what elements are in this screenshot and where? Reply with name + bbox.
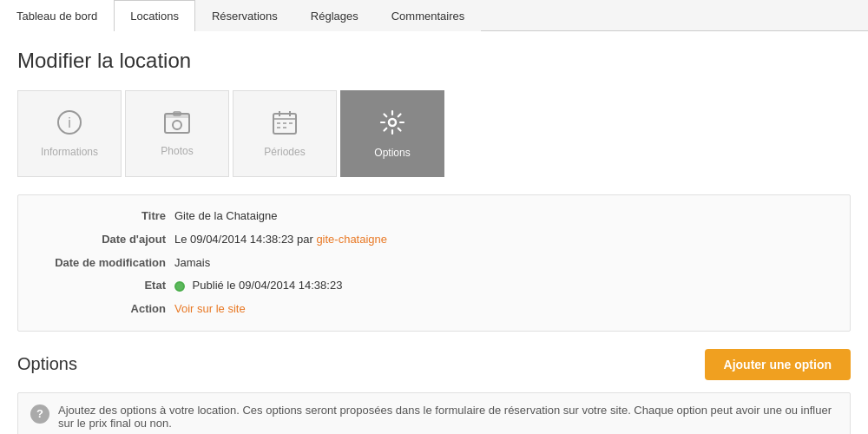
- periodes-icon: [273, 110, 297, 139]
- top-nav: Tableau de bord Locations Réservations R…: [0, 0, 868, 31]
- info-message-box: ? Ajoutez des options à votre location. …: [17, 392, 851, 434]
- tab-options[interactable]: Options: [340, 90, 444, 177]
- label-titre: Titre: [36, 207, 174, 226]
- info-row-date-modif: Date de modification Jamais: [36, 254, 832, 273]
- page-content: Modifier la location i Informations P: [0, 31, 868, 434]
- value-titre: Gite de la Chataigne: [174, 207, 278, 226]
- options-icon: [379, 109, 405, 140]
- tab-periodes[interactable]: Périodes: [233, 90, 337, 177]
- tab-periodes-label: Périodes: [264, 146, 305, 158]
- tab-icons-row: i Informations Photos: [17, 90, 851, 177]
- label-action: Action: [36, 300, 174, 319]
- value-etat: Publié le 09/04/2014 14:38:23: [174, 277, 342, 295]
- voir-site-link[interactable]: Voir sur le site: [174, 302, 246, 315]
- svg-text:i: i: [68, 115, 71, 130]
- info-row-titre: Titre Gite de la Chataigne: [36, 207, 832, 226]
- label-etat: Etat: [36, 277, 174, 295]
- info-row-date-ajout: Date d'ajout Le 09/04/2014 14:38:23 par …: [36, 231, 832, 249]
- tab-options-label: Options: [374, 147, 410, 159]
- options-title: Options: [17, 354, 77, 374]
- label-date-ajout: Date d'ajout: [36, 231, 174, 249]
- nav-item-reglages[interactable]: Réglages: [294, 0, 375, 31]
- label-date-modif: Date de modification: [36, 254, 174, 273]
- value-date-modif: Jamais: [174, 254, 210, 273]
- tab-photos-label: Photos: [161, 145, 193, 157]
- value-action: Voir sur le site: [174, 300, 246, 319]
- question-icon: ?: [30, 404, 49, 424]
- tab-informations-label: Informations: [41, 146, 98, 158]
- info-box: Titre Gite de la Chataigne Date d'ajout …: [17, 194, 851, 332]
- page-title: Modifier la location: [17, 49, 851, 73]
- info-row-etat: Etat Publié le 09/04/2014 14:38:23: [36, 277, 832, 295]
- gite-link[interactable]: gite-chataigne: [316, 233, 387, 246]
- info-icon: i: [56, 109, 82, 139]
- photos-icon: [164, 111, 190, 138]
- value-date-ajout: Le 09/04/2014 14:38:23 par gite-chataign…: [174, 231, 387, 249]
- tab-photos[interactable]: Photos: [125, 90, 229, 177]
- nav-item-locations[interactable]: Locations: [114, 0, 195, 31]
- nav-item-tableau-de-bord[interactable]: Tableau de bord: [0, 0, 114, 31]
- info-message-text: Ajoutez des options à votre location. Ce…: [58, 404, 838, 430]
- options-header: Options Ajouter une option: [17, 349, 851, 380]
- nav-item-reservations[interactable]: Réservations: [195, 0, 294, 31]
- svg-point-4: [173, 121, 181, 129]
- add-option-button[interactable]: Ajouter une option: [705, 349, 851, 380]
- tab-informations[interactable]: i Informations: [17, 90, 122, 177]
- nav-item-commentaires[interactable]: Commentaires: [375, 0, 482, 31]
- svg-point-15: [389, 119, 396, 126]
- info-row-action: Action Voir sur le site: [36, 300, 832, 319]
- status-dot-green: [174, 281, 185, 292]
